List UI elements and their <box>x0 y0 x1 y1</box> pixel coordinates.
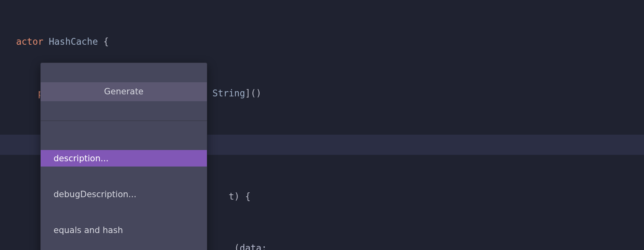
keyword-actor: actor <box>16 36 43 47</box>
generate-popup: Generate description... debugDescription… <box>40 62 207 250</box>
brace: { <box>98 36 109 47</box>
popup-divider <box>41 121 207 121</box>
code-line: actor HashCache { <box>0 31 644 52</box>
menu-item-debug-description[interactable]: debugDescription... <box>41 186 207 202</box>
menu-item-label: debugDescription... <box>54 190 197 199</box>
type-name: HashCache <box>49 36 98 47</box>
menu-item-description[interactable]: description... <box>41 150 207 167</box>
code-editor[interactable]: actor HashCache { private(set) var hashe… <box>0 0 644 250</box>
popup-title: Generate <box>41 82 207 101</box>
menu-item-label: description... <box>54 154 197 163</box>
menu-item-equals-hash[interactable]: equals and hash <box>41 222 207 238</box>
menu-item-label: equals and hash <box>54 225 197 235</box>
